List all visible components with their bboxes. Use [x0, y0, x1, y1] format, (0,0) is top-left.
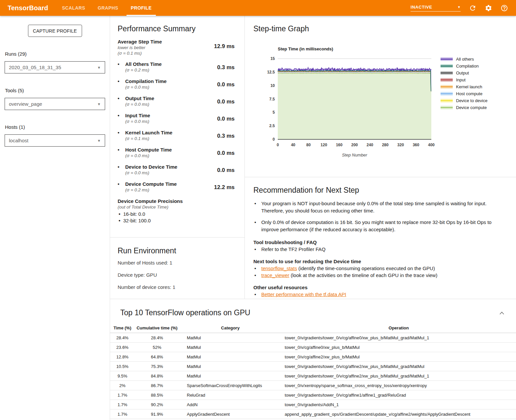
collapse-section-button[interactable] [499, 310, 505, 316]
tfdata-link[interactable]: Better performance with the tf.data API [261, 291, 346, 297]
perf-summary-item: • Output Time (σ = 0.0 ms) 0.0 ms [118, 95, 235, 107]
caret-down-icon: ▼ [97, 66, 101, 70]
capture-profile-button[interactable]: CAPTURE PROFILE [28, 25, 82, 37]
sidebar-select[interactable]: overview_page ▼ [5, 98, 105, 110]
run-status-value: INACTIVE [411, 5, 457, 10]
select-value: overview_page [9, 101, 97, 107]
run-status-dropdown[interactable]: INACTIVE ▼ [411, 5, 461, 12]
chart-legend: All others Compilation Output Input [441, 56, 487, 157]
chevron-up-icon [500, 312, 504, 315]
operation-cell: tower_0/v/gradients/tower_0/v/cg/affine0… [281, 335, 516, 340]
time-cell: 28.4% [110, 335, 135, 340]
time-cell: 1.7% [110, 412, 135, 417]
bullet-dot: • [118, 129, 122, 141]
recommendation-section: Recommendation for Next Step Your progra… [245, 177, 516, 297]
category-cell: MatMul [179, 374, 281, 378]
step-time-graph-section: Step-time Graph Step Time (in millisecon… [245, 16, 516, 177]
tab-graphs[interactable]: GRAPHS [93, 0, 122, 16]
bullet-dot: • [118, 61, 122, 73]
metric-sigma: (σ = 0.0 ms) [125, 153, 172, 158]
recommendation-bullet: Only 0.0% of device computation is 16 bi… [253, 219, 503, 233]
metric-sigma: (σ = 0.2 ms) [125, 187, 177, 193]
legend-swatch [441, 92, 453, 96]
other-resources-heading: Other useful resources [253, 284, 503, 291]
step-time-chart: 02.557.51012.515040801201602002402803203… [261, 57, 435, 151]
sidebar-select[interactable]: localhost ▼ [5, 134, 105, 147]
tab-scalars[interactable]: SCALARS [58, 0, 89, 16]
perf-summary-item: • All Others Time (σ = 0.2 ms) 0.3 ms [118, 61, 235, 73]
settings-button[interactable] [484, 4, 492, 12]
sidebar: CAPTURE PROFILE Runs (29) 2020_03_05_18_… [0, 16, 110, 420]
legend-label: Host compute [456, 91, 482, 96]
next-tool-item: tensorflow_stats (identify the time-cons… [253, 265, 503, 271]
top10-ops-section: Top 10 TensorFlow operations on GPU Time… [110, 299, 516, 419]
col-header-time: Time (%) [110, 325, 135, 330]
cumulative-cell: 86.7% [135, 383, 179, 388]
metric-label: Device Compute Time [125, 181, 177, 187]
metric-sigma: (σ = 0.0 ms) [125, 101, 154, 107]
legend-item: Output [441, 70, 487, 76]
metric-sigma: (σ = 0.0 ms) [125, 119, 150, 124]
sidebar-select[interactable]: 2020_03_05_18_31_35 ▼ [5, 61, 105, 73]
bullet-dot: • [118, 181, 122, 193]
legend-label: Kernel launch [456, 84, 482, 89]
legend-label: Input [456, 77, 466, 82]
metric-sigma: (σ = 0.1 ms) [125, 136, 172, 141]
svg-text:120: 120 [321, 143, 327, 147]
svg-text:240: 240 [367, 143, 373, 147]
metric-value: 0.0 ms [217, 147, 235, 158]
metric-label: Compilation Time [125, 78, 167, 84]
gear-icon [485, 4, 492, 12]
app-bar: TensorBoard SCALARS GRAPHS PROFILE INACT… [0, 0, 516, 16]
svg-text:280: 280 [382, 143, 388, 147]
metric-value: 0.0 ms [217, 164, 235, 176]
time-cell: 10.5% [110, 364, 135, 369]
legend-swatch [441, 78, 453, 82]
operation-cell: tower_0/v/gradients/AddN_1 [281, 402, 516, 407]
faq-item: Refer to the TF2 Profiler FAQ [253, 246, 503, 252]
tool-link[interactable]: tensorflow_stats [261, 266, 297, 271]
cumulative-cell: 90.2% [135, 402, 179, 407]
legend-item: Input [441, 76, 487, 83]
svg-text:200: 200 [351, 143, 358, 147]
precisions-heading: Device Compute Precisions [118, 198, 235, 204]
metric-label: Device to Device Time [125, 164, 177, 170]
svg-text:400: 400 [428, 143, 435, 147]
metric-value: 12.2 ms [214, 181, 235, 193]
table-row: 2% 86.7% SparseSoftmaxCrossEntropyWithLo… [110, 381, 516, 390]
perf-summary-item: • Device to Device Time (σ = 0.0 ms) 0.0… [118, 164, 235, 176]
other-resource-item: Better performance with the tf.data API [253, 291, 503, 297]
cumulative-cell: 52% [135, 345, 179, 350]
operation-cell: tower_0/v/cg/affine2/xw_plus_b/MatMul [281, 354, 516, 359]
chart-x-axis-label: Step Number [278, 153, 431, 157]
operation-cell: tower_0/v/gradients/tower_0/v/cg/affine2… [281, 374, 516, 378]
table-row: 1.7% 90.2% AddN tower_0/v/gradients/AddN… [110, 400, 516, 409]
table-row: 23.6% 52% MatMul tower_0/v/cg/affine0/xw… [110, 343, 516, 352]
table-row: 28.4% 28.4% MatMul tower_0/v/gradients/t… [110, 333, 516, 343]
category-cell: SparseSoftmaxCrossEntropyWithLogits [179, 383, 281, 388]
legend-item: All others [441, 56, 487, 63]
category-cell: MatMul [179, 335, 281, 340]
help-button[interactable] [500, 4, 508, 12]
category-cell: MatMul [179, 364, 281, 369]
table-row: 12.8% 64.8% MatMul tower_0/v/cg/affine2/… [110, 352, 516, 362]
svg-text:12.5: 12.5 [267, 70, 275, 74]
legend-label: Compilation [456, 64, 479, 69]
legend-item: Device compute [441, 104, 487, 111]
time-cell: 2% [110, 383, 135, 388]
legend-swatch [441, 71, 453, 75]
tool-link[interactable]: trace_viewer [261, 272, 289, 278]
table-row: 10.5% 75.3% MatMul tower_0/v/gradients/t… [110, 362, 516, 371]
select-label: Runs (29) [5, 51, 105, 57]
col-header-cumulative: Cumulative time (%) [135, 325, 179, 330]
cumulative-cell: 91.9% [135, 412, 179, 417]
bullet-dot: • [118, 95, 122, 107]
legend-swatch [441, 64, 453, 68]
tab-profile[interactable]: PROFILE [127, 0, 156, 16]
refresh-button[interactable] [469, 4, 476, 12]
operation-cell: append_apply_gradient_ops/GradientDescen… [281, 412, 516, 417]
performance-summary-title: Performance Summary [118, 24, 235, 33]
main-content: Performance Summary Average Step Time lo… [110, 16, 516, 420]
svg-text:360: 360 [413, 143, 419, 147]
cumulative-cell: 75.3% [135, 364, 179, 369]
